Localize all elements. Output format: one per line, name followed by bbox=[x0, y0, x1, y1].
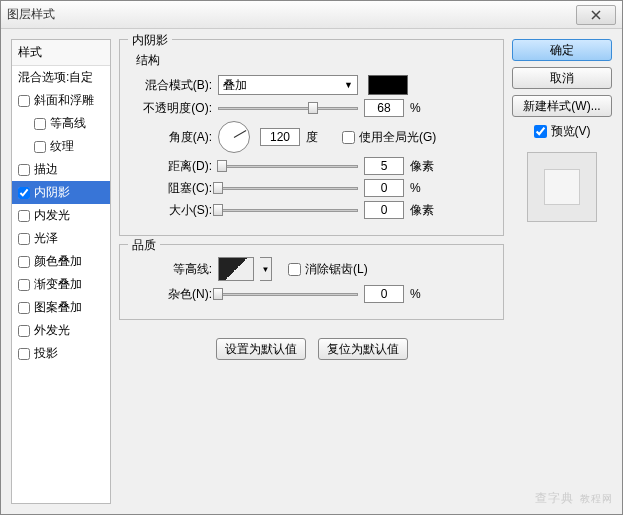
style-checkbox-color_overlay[interactable] bbox=[18, 256, 30, 268]
style-checkbox-pattern_overlay[interactable] bbox=[18, 302, 30, 314]
titlebar-text: 图层样式 bbox=[7, 6, 576, 23]
antialias-checkbox[interactable]: 消除锯齿(L) bbox=[288, 261, 368, 278]
opacity-row: 不透明度(O): % bbox=[132, 99, 491, 117]
opacity-unit: % bbox=[410, 101, 440, 115]
style-label: 斜面和浮雕 bbox=[34, 92, 94, 109]
global-light-checkbox[interactable]: 使用全局光(G) bbox=[342, 129, 436, 146]
noise-input[interactable] bbox=[364, 285, 404, 303]
global-light-label: 使用全局光(G) bbox=[359, 129, 436, 146]
style-item-bevel[interactable]: 斜面和浮雕 bbox=[12, 89, 110, 112]
size-input[interactable] bbox=[364, 201, 404, 219]
distance-unit: 像素 bbox=[410, 158, 440, 175]
inner-shadow-group: 内阴影 结构 混合模式(B): 叠加 ▼ 不透明度(O): % bbox=[119, 39, 504, 236]
distance-slider[interactable] bbox=[218, 158, 358, 174]
reset-default-button[interactable]: 复位为默认值 bbox=[318, 338, 408, 360]
style-checkbox-texture[interactable] bbox=[34, 141, 46, 153]
noise-slider[interactable] bbox=[218, 286, 358, 302]
style-label: 描边 bbox=[34, 161, 58, 178]
preview-checkbox[interactable]: 预览(V) bbox=[512, 123, 612, 140]
style-item-pattern_overlay[interactable]: 图案叠加 bbox=[12, 296, 110, 319]
style-label: 等高线 bbox=[50, 115, 86, 132]
style-checkbox-outer_glow[interactable] bbox=[18, 325, 30, 337]
contour-dropdown[interactable]: ▼ bbox=[260, 257, 272, 281]
style-item-stroke[interactable]: 描边 bbox=[12, 158, 110, 181]
blending-options-label: 混合选项:自定 bbox=[18, 69, 93, 86]
quality-group: 品质 等高线: ▼ 消除锯齿(L) 杂色(N): % bbox=[119, 244, 504, 320]
style-item-texture[interactable]: 纹理 bbox=[12, 135, 110, 158]
default-buttons: 设置为默认值 复位为默认值 bbox=[119, 338, 504, 360]
choke-unit: % bbox=[410, 181, 440, 195]
antialias-label: 消除锯齿(L) bbox=[305, 261, 368, 278]
style-label: 图案叠加 bbox=[34, 299, 82, 316]
color-swatch[interactable] bbox=[368, 75, 408, 95]
style-label: 光泽 bbox=[34, 230, 58, 247]
size-unit: 像素 bbox=[410, 202, 440, 219]
opacity-label: 不透明度(O): bbox=[132, 100, 212, 117]
blend-mode-value: 叠加 bbox=[223, 77, 247, 94]
blending-options[interactable]: 混合选项:自定 bbox=[12, 66, 110, 89]
style-item-inner_shadow[interactable]: 内阴影 bbox=[12, 181, 110, 204]
style-label: 内发光 bbox=[34, 207, 70, 224]
angle-input[interactable] bbox=[260, 128, 300, 146]
angle-label: 角度(A): bbox=[132, 129, 212, 146]
style-label: 投影 bbox=[34, 345, 58, 362]
style-checkbox-gradient_overlay[interactable] bbox=[18, 279, 30, 291]
contour-label: 等高线: bbox=[132, 261, 212, 278]
contour-row: 等高线: ▼ 消除锯齿(L) bbox=[132, 257, 491, 281]
preview-swatch bbox=[544, 169, 580, 205]
style-checkbox-satin[interactable] bbox=[18, 233, 30, 245]
style-checkbox-bevel[interactable] bbox=[18, 95, 30, 107]
style-label: 渐变叠加 bbox=[34, 276, 82, 293]
new-style-button[interactable]: 新建样式(W)... bbox=[512, 95, 612, 117]
style-checkbox-drop_shadow[interactable] bbox=[18, 348, 30, 360]
style-item-outer_glow[interactable]: 外发光 bbox=[12, 319, 110, 342]
watermark: 查字典 教程网 bbox=[535, 490, 613, 507]
quality-title: 品质 bbox=[128, 237, 160, 254]
size-slider[interactable] bbox=[218, 202, 358, 218]
style-item-satin[interactable]: 光泽 bbox=[12, 227, 110, 250]
angle-row: 角度(A): 度 使用全局光(G) bbox=[132, 121, 491, 153]
group-title: 内阴影 bbox=[128, 32, 172, 49]
style-label: 纹理 bbox=[50, 138, 74, 155]
cancel-button[interactable]: 取消 bbox=[512, 67, 612, 89]
blend-mode-row: 混合模式(B): 叠加 ▼ bbox=[132, 75, 491, 95]
angle-dial[interactable] bbox=[218, 121, 250, 153]
size-row: 大小(S): 像素 bbox=[132, 201, 491, 219]
noise-row: 杂色(N): % bbox=[132, 285, 491, 303]
noise-unit: % bbox=[410, 287, 440, 301]
close-icon bbox=[591, 10, 601, 20]
styles-header: 样式 bbox=[12, 40, 110, 66]
distance-input[interactable] bbox=[364, 157, 404, 175]
ok-button[interactable]: 确定 bbox=[512, 39, 612, 61]
opacity-input[interactable] bbox=[364, 99, 404, 117]
noise-label: 杂色(N): bbox=[132, 286, 212, 303]
style-item-color_overlay[interactable]: 颜色叠加 bbox=[12, 250, 110, 273]
choke-label: 阻塞(C): bbox=[132, 180, 212, 197]
antialias-input[interactable] bbox=[288, 263, 301, 276]
titlebar[interactable]: 图层样式 bbox=[1, 1, 622, 29]
choke-slider[interactable] bbox=[218, 180, 358, 196]
contour-picker[interactable] bbox=[218, 257, 254, 281]
blend-mode-combo[interactable]: 叠加 ▼ bbox=[218, 75, 358, 95]
preview-input[interactable] bbox=[534, 125, 547, 138]
angle-unit: 度 bbox=[306, 129, 336, 146]
set-default-button[interactable]: 设置为默认值 bbox=[216, 338, 306, 360]
close-button[interactable] bbox=[576, 5, 616, 25]
style-item-contour[interactable]: 等高线 bbox=[12, 112, 110, 135]
style-label: 颜色叠加 bbox=[34, 253, 82, 270]
choke-input[interactable] bbox=[364, 179, 404, 197]
distance-label: 距离(D): bbox=[132, 158, 212, 175]
global-light-input[interactable] bbox=[342, 131, 355, 144]
preview-box bbox=[527, 152, 597, 222]
dialog-body: 样式 混合选项:自定 斜面和浮雕等高线纹理描边内阴影内发光光泽颜色叠加渐变叠加图… bbox=[1, 29, 622, 514]
style-label: 外发光 bbox=[34, 322, 70, 339]
opacity-slider[interactable] bbox=[218, 100, 358, 116]
style-checkbox-inner_glow[interactable] bbox=[18, 210, 30, 222]
styles-list: 样式 混合选项:自定 斜面和浮雕等高线纹理描边内阴影内发光光泽颜色叠加渐变叠加图… bbox=[11, 39, 111, 504]
style-checkbox-inner_shadow[interactable] bbox=[18, 187, 30, 199]
style-checkbox-stroke[interactable] bbox=[18, 164, 30, 176]
style-item-drop_shadow[interactable]: 投影 bbox=[12, 342, 110, 365]
style-checkbox-contour[interactable] bbox=[34, 118, 46, 130]
style-item-gradient_overlay[interactable]: 渐变叠加 bbox=[12, 273, 110, 296]
style-item-inner_glow[interactable]: 内发光 bbox=[12, 204, 110, 227]
